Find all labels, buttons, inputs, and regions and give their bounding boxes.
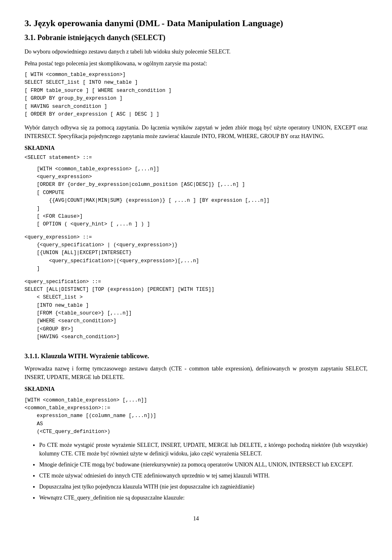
skladnia-label: SKŁADNIA (24, 144, 368, 152)
list-item: Wewnątrz CTE_query_definition nie są dop… (39, 493, 368, 502)
list-item: Dopuszczalna jest tylko pojedyncza klauz… (39, 482, 368, 491)
list-item: Po CTE może wystąpić proste wyrażenie SE… (39, 441, 368, 458)
with-syntax-code: [WITH <common_table_expression> [,...n]]… (24, 397, 368, 436)
query-text: Wybór danych odbywa się za pomocą zapyta… (24, 123, 368, 141)
skladnia-label2: SKŁADNIA (24, 385, 368, 393)
select-syntax-intro: <SELECT statement> ::= (24, 154, 368, 162)
full-form-intro: Pełna postać tego polecenia jest skompli… (24, 59, 368, 68)
subsection-3-1-1-title: 3.1.1. Klauzula WITH. Wyrażenie tablicow… (24, 351, 368, 361)
list-item: Mnogie definicje CTE mogą być budowane (… (39, 460, 368, 469)
chapter-title: 3. Język operowania danymi (DML - Data M… (24, 16, 368, 30)
page-number: 14 (24, 514, 368, 523)
select-syntax-code: [WITH <common_table_expression> [,...n]]… (24, 165, 368, 229)
query-spec-code: <query_specification> ::= SELECT [ALL|DI… (24, 278, 368, 341)
cte-bullet-list: Po CTE może wystąpić proste wyrażenie SE… (39, 441, 368, 502)
cte-intro: Wprowadza nazwę i formę tymczasowego zes… (24, 364, 368, 382)
query-expr-code: <query_expression> ::= {<query_specifica… (24, 234, 368, 273)
intro-paragraph: Do wyboru odpowiedniego zestawu danych z… (24, 47, 368, 56)
list-item: CTE może używać odniesień do innych CTE … (39, 471, 368, 480)
section-3-1-title: 3.1. Pobranie istniejących danych (SELEC… (24, 32, 368, 43)
full-form-code: [ WITH <common_table_expression>] SELECT… (24, 71, 368, 118)
